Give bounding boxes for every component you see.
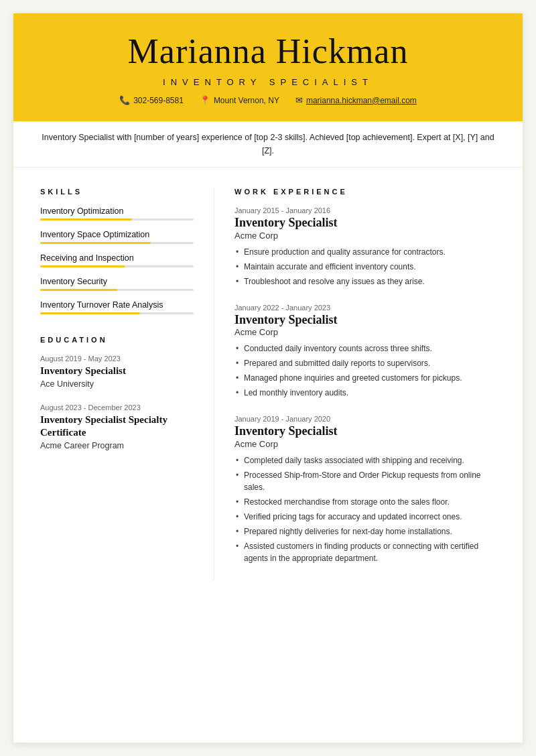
skill-bar-fill [40, 289, 117, 291]
edu-school: Ace University [40, 379, 194, 389]
bullet-item: Conducted daily inventory counts across … [234, 342, 503, 355]
job-bullets: Conducted daily inventory counts across … [234, 342, 503, 399]
bullet-item: Restocked merchandise from storage onto … [234, 496, 503, 508]
candidate-name: Marianna Hickman [40, 32, 496, 70]
phone-number: 302-569-8581 [133, 96, 184, 105]
body-content: SKILLS Inventory Optimization Inventory … [13, 168, 523, 601]
job-bullets: Completed daily tasks associated with sh… [234, 454, 503, 564]
skills-section: SKILLS Inventory Optimization Inventory … [40, 188, 194, 314]
skill-bar-fill [40, 312, 140, 314]
right-column: WORK EXPERIENCE January 2015 - January 2… [214, 188, 523, 580]
skill-bar-fill [40, 242, 151, 244]
skill-bar-fill [40, 218, 132, 220]
edu-entry: August 2023 - December 2023 Inventory Sp… [40, 403, 194, 450]
job-company: Acme Corp [234, 439, 503, 449]
skill-item: Inventory Turnover Rate Analysis [40, 300, 194, 314]
job-entry: January 2015 - January 2016 Inventory Sp… [234, 206, 503, 288]
bullet-item: Maintain accurate and efficient inventor… [234, 261, 503, 273]
bullet-item: Managed phone inquiries and greeted cust… [234, 372, 503, 384]
phone-contact: 📞 302-569-8581 [119, 95, 184, 105]
skill-bar-bg [40, 312, 194, 314]
summary-text: Inventory Specialist with [number of yea… [42, 133, 494, 155]
edu-dates: August 2019 - May 2023 [40, 355, 194, 363]
edu-dates: August 2023 - December 2023 [40, 403, 194, 412]
skill-bar-bg [40, 242, 194, 244]
edu-school: Acme Career Program [40, 441, 194, 450]
bullet-item: Verified pricing tags for accuracy and u… [234, 511, 503, 523]
header-section: Marianna Hickman Inventory Specialist 📞 … [13, 13, 523, 121]
skill-bar-bg [40, 218, 194, 220]
email-icon: ✉ [295, 95, 303, 105]
education-heading: EDUCATION [40, 336, 194, 344]
email-address[interactable]: marianna.hickman@email.com [306, 96, 417, 105]
bullet-item: Assisted customers in finding products o… [234, 540, 503, 564]
education-section: EDUCATION August 2019 - May 2023 Invento… [40, 336, 194, 450]
location-icon: 📍 [200, 95, 210, 105]
job-title: Inventory Specialist [234, 424, 503, 439]
bullet-item: Ensure production and quality assurance … [234, 246, 503, 258]
bullet-item: Prepared and submitted daily reports to … [234, 357, 503, 369]
edu-degree: Inventory Specialist Specialty Certifica… [40, 414, 194, 440]
job-dates: January 2015 - January 2016 [234, 206, 503, 214]
job-entry: January 2019 - January 2020 Inventory Sp… [234, 415, 503, 564]
skill-item: Inventory Security [40, 277, 194, 291]
resume-container: Marianna Hickman Inventory Specialist 📞 … [13, 13, 523, 743]
phone-icon: 📞 [119, 95, 130, 105]
skill-bar-bg [40, 289, 194, 291]
contact-bar: 📞 302-569-8581 📍 Mount Vernon, NY ✉ mari… [40, 95, 496, 105]
bullet-item: Troubleshoot and resolve any issues as t… [234, 275, 503, 288]
skills-heading: SKILLS [40, 188, 194, 196]
job-bullets: Ensure production and quality assurance … [234, 246, 503, 288]
bullet-item: Completed daily tasks associated with sh… [234, 454, 503, 466]
skill-name: Inventory Security [40, 277, 194, 286]
skill-item: Inventory Space Optimization [40, 230, 194, 244]
skill-name: Inventory Turnover Rate Analysis [40, 300, 194, 310]
summary-section: Inventory Specialist with [number of yea… [13, 121, 523, 168]
edu-degree: Inventory Specialist [40, 365, 194, 378]
skill-name: Receiving and Inspection [40, 253, 194, 263]
skill-name: Inventory Space Optimization [40, 230, 194, 239]
bullet-item: Led monthly inventory audits. [234, 387, 503, 399]
skill-name: Inventory Optimization [40, 206, 194, 216]
candidate-title: Inventory Specialist [40, 77, 496, 87]
skill-bar-bg [40, 265, 194, 267]
job-entry: January 2022 - January 2023 Inventory Sp… [234, 304, 503, 399]
left-column: SKILLS Inventory Optimization Inventory … [13, 188, 214, 580]
bullet-item: Processed Ship-from-Store and Order Pick… [234, 469, 503, 493]
location-contact: 📍 Mount Vernon, NY [200, 95, 279, 105]
job-company: Acme Corp [234, 231, 503, 241]
edu-entry: August 2019 - May 2023 Inventory Special… [40, 355, 194, 389]
email-contact: ✉ marianna.hickman@email.com [295, 95, 417, 105]
skill-bar-fill [40, 265, 125, 267]
location-text: Mount Vernon, NY [214, 96, 279, 105]
job-dates: January 2019 - January 2020 [234, 415, 503, 423]
skill-item: Receiving and Inspection [40, 253, 194, 267]
job-title: Inventory Specialist [234, 313, 503, 328]
skill-item: Inventory Optimization [40, 206, 194, 220]
bullet-item: Prepared nightly deliveries for next-day… [234, 525, 503, 538]
job-dates: January 2022 - January 2023 [234, 304, 503, 312]
work-heading: WORK EXPERIENCE [234, 188, 503, 196]
job-title: Inventory Specialist [234, 216, 503, 231]
job-company: Acme Corp [234, 327, 503, 337]
